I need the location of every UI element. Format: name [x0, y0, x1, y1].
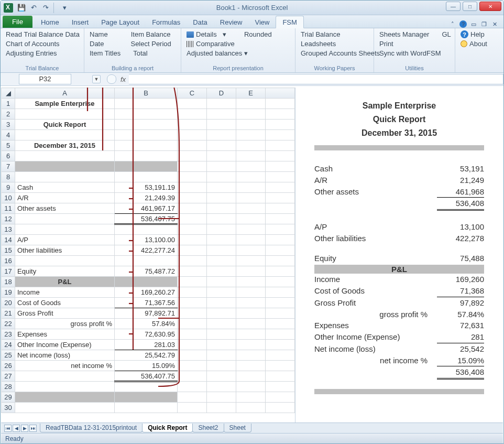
- sheet-tab-quickreport[interactable]: Quick Report: [142, 424, 193, 432]
- tab-file[interactable]: File: [3, 16, 32, 28]
- quick-access-toolbar: 💾 ↶ ↷ ▾: [16, 3, 70, 13]
- print-button[interactable]: Print: [379, 40, 393, 48]
- help-circle-icon: ?: [461, 30, 468, 38]
- app-window: 💾 ↶ ↷ ▾ Book1 - Microsoft Excel — □ ✕ Fi…: [0, 0, 504, 444]
- details-button[interactable]: Details ▾: [187, 30, 226, 38]
- adjusting-entries-button[interactable]: Adjusting Entries: [6, 49, 57, 57]
- rounded-button[interactable]: Rounded: [244, 30, 272, 38]
- sheet-tabs-row: ⏮ ◀ ▶ ⏭ ReadTBData 12-31-2015printout Qu…: [1, 423, 503, 433]
- details-icon: [187, 31, 194, 38]
- minimize-button[interactable]: —: [446, 2, 461, 11]
- ribbon-group-presentation: Details ▾ Rounded Comparative Adjusted b…: [181, 28, 295, 72]
- mdi-close-icon[interactable]: ✕: [491, 20, 498, 28]
- medal-icon: [461, 40, 467, 47]
- col-header-e[interactable]: E: [236, 88, 266, 99]
- help-button[interactable]: ?Help: [461, 30, 485, 38]
- comparative-icon: [187, 41, 194, 47]
- cell[interactable]: Sample Enterprise: [15, 99, 115, 109]
- total-button[interactable]: Total: [133, 49, 147, 57]
- print-report-title: Quick Report: [314, 115, 484, 124]
- sheet-nav-prev[interactable]: ◀: [13, 425, 20, 432]
- fx-cancel-icon[interactable]: [107, 74, 116, 84]
- tab-data[interactable]: Data: [187, 16, 213, 28]
- tab-formulas[interactable]: Formulas: [146, 16, 187, 28]
- ribbon-minimize-icon[interactable]: ˄: [449, 20, 456, 28]
- undo-button[interactable]: ↶: [28, 3, 39, 13]
- close-button[interactable]: ✕: [479, 2, 501, 11]
- print-bar: [314, 145, 484, 150]
- sheet-tab-sheet3[interactable]: Sheet: [224, 424, 251, 432]
- name-box[interactable]: P32: [19, 74, 71, 84]
- sheet-nav-last[interactable]: ⏭: [29, 425, 37, 432]
- mdi-restore-icon[interactable]: ❐: [480, 20, 488, 28]
- tab-home[interactable]: Home: [35, 16, 65, 28]
- tab-insert[interactable]: Insert: [65, 16, 95, 28]
- group-title-tb: Trial Balance: [1, 65, 84, 71]
- gl-button[interactable]: GL: [442, 30, 451, 38]
- ribbon-group-trialbalance: Read Trial Balance Data Chart of Account…: [1, 28, 84, 72]
- ribbon-tabs: File Home Insert Page Layout Formulas Da…: [1, 15, 503, 28]
- col-header-d[interactable]: D: [207, 88, 236, 99]
- chart-accounts-button[interactable]: Chart of Accounts: [6, 40, 60, 48]
- sheets-manager-button[interactable]: Sheets Manager: [379, 30, 429, 38]
- sheet-nav: ⏮ ◀ ▶ ⏭: [1, 425, 40, 432]
- save-button[interactable]: 💾: [16, 3, 27, 13]
- spreadsheet-grid[interactable]: ◢ A B C D E 1Sample Enterprise 2 3Quick …: [1, 88, 295, 423]
- print-company-name: Sample Enterprise: [314, 101, 484, 111]
- trial-balance-button[interactable]: Trial Balance: [301, 30, 340, 38]
- ribbon-group-building: NameItem Balance DateSelect Period Item …: [84, 28, 181, 72]
- item-balance-button[interactable]: Item Balance: [131, 30, 171, 38]
- namebox-dropdown[interactable]: ▼: [92, 75, 101, 83]
- sheet-nav-next[interactable]: ▶: [21, 425, 28, 432]
- col-header-b[interactable]: B: [115, 88, 178, 99]
- adjusted-balances-button[interactable]: Adjusted balances ▾: [187, 49, 248, 57]
- sheet-nav-first[interactable]: ⏮: [4, 425, 12, 432]
- titlebar: 💾 ↶ ↷ ▾ Book1 - Microsoft Excel — □ ✕: [1, 1, 503, 15]
- col-header-c[interactable]: C: [178, 88, 207, 99]
- print-pl-header: P&L: [314, 265, 484, 274]
- window-title: Book1 - Microsoft Excel: [216, 4, 288, 12]
- col-header-a[interactable]: A: [15, 88, 115, 99]
- row-header[interactable]: 1: [2, 99, 15, 109]
- print-bar-bottom: [314, 389, 484, 394]
- group-title-presentation: Report presentation: [181, 65, 295, 71]
- ribbon-right-controls: ˄ ? ▭ ❐ ✕: [449, 20, 501, 28]
- group-title-utilities: Utilities: [374, 65, 455, 71]
- formula-input[interactable]: [129, 74, 503, 84]
- leadsheets-button[interactable]: Leadsheets: [301, 40, 336, 48]
- ribbon-group-help: ?Help About: [455, 28, 497, 72]
- comparative-button[interactable]: Comparative: [187, 40, 235, 48]
- window-controls: — □ ✕: [446, 2, 501, 11]
- tab-pagelayout[interactable]: Page Layout: [95, 16, 146, 28]
- tab-view[interactable]: View: [248, 16, 276, 28]
- sheet-table: ◢ A B C D E 1Sample Enterprise 2 3Quick …: [1, 88, 295, 413]
- mdi-min-icon[interactable]: ▭: [470, 20, 477, 28]
- maximize-button[interactable]: □: [463, 2, 477, 11]
- fx-label: fx: [120, 75, 126, 83]
- print-report-date: December 31, 2015: [314, 128, 484, 138]
- sheet-tab-sheet2[interactable]: Sheet2: [192, 424, 224, 432]
- date-button[interactable]: Date: [90, 40, 104, 48]
- redo-button[interactable]: ↷: [40, 3, 51, 13]
- about-button[interactable]: About: [461, 40, 487, 48]
- select-period-button[interactable]: Select Period: [130, 40, 171, 48]
- qat-customize-button[interactable]: ▾: [59, 3, 70, 13]
- ribbon-group-utilities: Sheets ManagerGL Print Sync with WordFSM…: [374, 28, 455, 72]
- ribbon-body: Read Trial Balance Data Chart of Account…: [1, 28, 503, 73]
- sheet-tab-tbdata[interactable]: ReadTBData 12-31-2015printout: [40, 424, 143, 432]
- content-area: ◢ A B C D E 1Sample Enterprise 2 3Quick …: [1, 88, 503, 423]
- ribbon-group-working: Trial Balance Leadsheets Grouped Account…: [295, 28, 374, 72]
- status-text: Ready: [5, 435, 24, 442]
- tab-review[interactable]: Review: [214, 16, 249, 28]
- qat-separator: [53, 3, 57, 13]
- grouped-accounts-button[interactable]: Grouped Accounts Sheets: [301, 49, 380, 57]
- formula-bar-row: P32 ▼ fx: [1, 73, 503, 86]
- col-header-f[interactable]: [266, 88, 295, 99]
- name-button[interactable]: Name: [90, 30, 108, 38]
- select-all[interactable]: ◢: [2, 88, 15, 99]
- sync-wordfsm-button[interactable]: Sync with WordFSM: [379, 49, 441, 57]
- item-titles-button[interactable]: Item Titles: [90, 49, 120, 57]
- help-icon[interactable]: ?: [459, 20, 467, 28]
- read-tb-button[interactable]: Read Trial Balance Data: [6, 30, 80, 38]
- tab-fsm[interactable]: FSM: [276, 16, 303, 28]
